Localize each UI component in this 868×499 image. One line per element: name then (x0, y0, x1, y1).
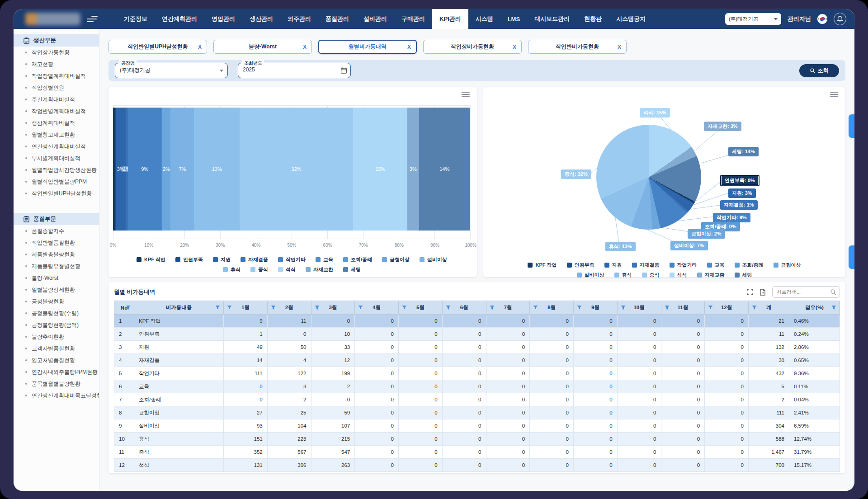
sidebar-item[interactable]: 공정불량현황(수량) (14, 307, 99, 319)
legend-item-조회/종례[interactable]: 조회/종례 (343, 256, 372, 263)
sidebar-item[interactable]: 주간계획대비실적 (14, 94, 99, 105)
table-row-설비이상[interactable]: 9설비이상931041070000000003046.59% (114, 419, 840, 433)
filter-funnel-icon[interactable] (446, 305, 451, 310)
nav-item-연간계획관리[interactable]: 연간계획관리 (155, 9, 204, 29)
legend-item-교육[interactable]: 교육 (316, 256, 333, 263)
column-header-10월[interactable]: 10월 (617, 301, 661, 315)
legend-item-인원부족[interactable]: 인원부족 (567, 262, 594, 268)
year-input[interactable]: 조회년도 2025 (238, 63, 351, 78)
nav-item-현황판[interactable]: 현황판 (577, 9, 609, 29)
sheet-search-input[interactable] (773, 287, 840, 297)
filter-funnel-icon[interactable] (577, 305, 582, 310)
column-header-3월[interactable]: 3월 (311, 301, 355, 315)
filter-funnel-icon[interactable] (490, 305, 495, 310)
sidebar-item[interactable]: 연간생산계획대비목표달성현 (14, 390, 99, 401)
sidebar-item[interactable]: 연간생산계획대비실적 (14, 141, 99, 152)
legend-item-지원[interactable]: 지원 (213, 256, 231, 263)
legend-item-교육[interactable]: 교육 (707, 262, 725, 268)
legend-item-금형이상[interactable]: 금형이상 (382, 256, 410, 263)
filter-funnel-icon[interactable] (621, 305, 626, 310)
legend-item-자재교환[interactable]: 자재교환 (697, 272, 725, 278)
expand-button[interactable] (747, 289, 753, 295)
tab-불량-Worst[interactable]: 불량-WorstX (213, 40, 312, 54)
table-row-지원[interactable]: 3지원4950330000000001322.86% (114, 341, 840, 354)
sidebar-item[interactable]: 고객사별품질현황 (14, 343, 99, 354)
filter-funnel-icon[interactable] (402, 305, 407, 310)
sidebar-item[interactable]: 생산계획대비실적 (14, 117, 99, 129)
right-panel-handle-top[interactable] (849, 114, 854, 138)
legend-item-KPF 작업[interactable]: KPF 작업 (528, 262, 557, 268)
legend-item-금형이상[interactable]: 금형이상 (774, 262, 801, 268)
sidebar-item[interactable]: 품목별월별불량현황 (14, 378, 99, 390)
right-panel-handle-bottom[interactable] (849, 245, 854, 269)
nav-item-생산관리[interactable]: 생산관리 (242, 9, 280, 29)
legend-item-세팅[interactable]: 세팅 (343, 266, 361, 273)
sidebar-item[interactable]: 연간사내외주불량PPM현황 (14, 366, 99, 378)
close-icon[interactable]: X (407, 44, 411, 50)
table-row-작업기타[interactable]: 5작업기타1111221990000000004329.36% (114, 367, 840, 380)
legend-item-조회/종례[interactable]: 조회/종례 (735, 262, 764, 268)
nav-item-LMS[interactable]: LMS (500, 9, 527, 29)
legend-item-KPF 작업[interactable]: KPF 작업 (137, 256, 165, 263)
legend-item-휴식[interactable]: 휴식 (223, 266, 241, 273)
sidebar-item[interactable]: 공정불량현황(금액) (14, 319, 99, 331)
company-select[interactable]: (주)태정기공 (725, 13, 781, 25)
close-icon[interactable]: X (618, 44, 621, 50)
legend-item-작업기타[interactable]: 작업기타 (670, 262, 697, 268)
legend-item-세팅[interactable]: 세팅 (735, 272, 752, 278)
legend-item-석식[interactable]: 석식 (670, 272, 687, 278)
sidebar-item[interactable]: 재고현황 (14, 58, 99, 70)
sidebar-item[interactable]: 제품별총불량현황 (14, 249, 99, 260)
legend-item-자재교환[interactable]: 자재교환 (306, 266, 333, 273)
filter-funnel-icon[interactable] (358, 305, 363, 310)
sidebar-item[interactable]: 월별작업반별불량PPM (14, 176, 99, 188)
tab-작업반일별UPH달성현황[interactable]: 작업반일별UPH달성현황X (108, 40, 207, 54)
filter-funnel-icon[interactable] (271, 305, 276, 310)
legend-item-석식[interactable]: 석식 (278, 266, 296, 273)
sidebar-item[interactable]: 작업반별계획대비실적 (14, 105, 99, 117)
column-header-7월[interactable]: 7월 (486, 301, 530, 315)
search-button[interactable]: 조회 (799, 64, 839, 77)
legend-item-작업기타[interactable]: 작업기타 (278, 256, 306, 263)
nav-item-기준정보[interactable]: 기준정보 (117, 9, 155, 29)
notification-bell-button[interactable] (834, 13, 846, 25)
table-row-중식[interactable]: 11중식3525675470000000001,46731.79% (114, 446, 840, 459)
tab-작업장비가동현황[interactable]: 작업장비가동현황X (423, 40, 522, 54)
legend-item-자재결품[interactable]: 자재결품 (632, 262, 660, 268)
filter-funnel-icon[interactable] (831, 305, 836, 310)
sidebar-item[interactable]: 월별작업반시간당생산현황 (14, 164, 99, 176)
column-header-2월[interactable]: 2월 (267, 301, 311, 315)
close-icon[interactable]: X (198, 44, 202, 50)
nav-item-시스템공지[interactable]: 시스템공지 (609, 9, 653, 29)
table-row-금형이상[interactable]: 8금형이상2725590000000001112.41% (114, 406, 840, 419)
tab-작업반비가동현황[interactable]: 작업반비가동현황X (528, 40, 627, 54)
filter-funnel-icon[interactable] (752, 305, 757, 310)
filter-funnel-icon[interactable] (665, 305, 670, 310)
table-row-석식[interactable]: 12석식13130626300000000070015.17% (114, 459, 840, 472)
export-button[interactable] (760, 289, 766, 296)
nav-item-대시보드관리[interactable]: 대시보드관리 (527, 9, 577, 29)
column-header-점유(%)[interactable]: 점유(%) (789, 301, 840, 315)
table-row-교육[interactable]: 6교육03200000000050.11% (114, 380, 840, 393)
legend-item-지원[interactable]: 지원 (604, 262, 622, 268)
sidebar-item[interactable]: 작업반별품질현황 (14, 237, 99, 249)
sidebar-section-header[interactable]: 생산부문 (14, 34, 99, 47)
sidebar-item[interactable]: 일별불량상세현황 (14, 284, 99, 296)
filter-funnel-icon[interactable] (708, 305, 713, 310)
legend-item-중식[interactable]: 중식 (250, 266, 268, 273)
sidebar-section-header[interactable]: 품질부문 (14, 213, 99, 225)
nav-item-영업관리[interactable]: 영업관리 (204, 9, 242, 29)
filter-funnel-icon[interactable] (315, 305, 320, 310)
table-row-인원부족[interactable]: 2인원부족1010000000000110.24% (114, 328, 840, 341)
column-header-비가동내용[interactable]: 비가동내용 (134, 301, 224, 315)
nav-item-구매관리[interactable]: 구매관리 (394, 9, 432, 29)
column-header-12월[interactable]: 12월 (705, 301, 749, 315)
column-header-계[interactable]: 계 (749, 301, 789, 315)
column-header-9월[interactable]: 9월 (574, 301, 618, 315)
sidebar-item[interactable]: 제품불량유형별현황 (14, 260, 99, 272)
tab-월별비가동내역[interactable]: 월별비가동내역X (318, 40, 417, 54)
sidebar-item[interactable]: 불량추이현황 (14, 331, 99, 343)
legend-item-설비이상[interactable]: 설비이상 (420, 256, 447, 263)
column-header-No[interactable]: No (114, 301, 134, 315)
table-row-휴식[interactable]: 10휴식15122321500000000058812.74% (114, 433, 840, 446)
